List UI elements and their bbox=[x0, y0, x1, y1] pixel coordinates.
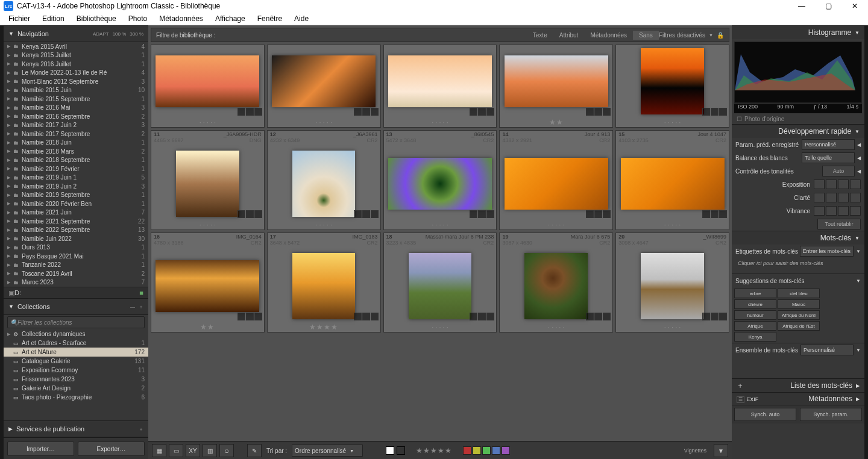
preset-select[interactable]: Personnalisé bbox=[802, 139, 855, 150]
collection-row[interactable]: ▭Frissonnantes 20233 bbox=[4, 375, 148, 384]
collections-plus[interactable]: ＋ bbox=[139, 304, 143, 310]
menu-affichage[interactable]: Affichage bbox=[209, 14, 251, 23]
folder-row[interactable]: ▶🖿Kenya 2015 Avril4 bbox=[4, 42, 148, 51]
collection-row[interactable]: ▭Exposition Ecommoy11 bbox=[4, 366, 148, 375]
filter-tab-sans[interactable]: Sans bbox=[633, 31, 659, 40]
import-button[interactable]: Importer… bbox=[7, 442, 74, 456]
grid-cell[interactable]: · · · · · bbox=[151, 45, 265, 128]
collection-filter-input[interactable]: 🔍 Filtrer les collections bbox=[7, 316, 145, 328]
menu-fichier[interactable]: Fichier bbox=[2, 14, 36, 23]
publish-header[interactable]: ▶ Services de publication ＋ bbox=[4, 420, 148, 437]
keyword-chip[interactable]: arbre bbox=[734, 289, 776, 298]
keyword-list-header[interactable]: ＋Liste des mots-clés ▶ bbox=[732, 378, 864, 392]
grid-view-button[interactable]: ▦ bbox=[152, 444, 166, 457]
folder-tree[interactable]: ▶🖿Kenya 2015 Avril4▶🖿Kenya 2015 Juillet1… bbox=[4, 42, 148, 287]
zoom-300[interactable]: 300 % bbox=[130, 31, 143, 37]
navigator-header[interactable]: ▼ Navigation ADAPT 100 % 300 % bbox=[4, 25, 148, 42]
label-red[interactable] bbox=[463, 446, 471, 455]
folder-row[interactable]: ▶🖿Namibie 2022 Septembre13 bbox=[4, 226, 148, 235]
export-button[interactable]: Exporter… bbox=[78, 442, 145, 456]
grid-cell[interactable]: 13_86I05455472 x 3648CR2· · · · · bbox=[383, 130, 497, 230]
grid-cell[interactable]: 14Jour 4 9134382 x 2921CR2· · · · · bbox=[499, 130, 613, 230]
folder-row[interactable]: ▶🖿Namibie 2018 Juin1 bbox=[4, 139, 148, 148]
collections-minus[interactable]: — bbox=[130, 304, 135, 310]
label-green[interactable] bbox=[482, 446, 491, 455]
close-button[interactable]: ✕ bbox=[841, 0, 868, 12]
label-purple[interactable] bbox=[502, 446, 510, 455]
folder-row[interactable]: ▶🖿Maroc 20237 bbox=[4, 278, 148, 287]
folder-row[interactable]: ▶🖿Namibie 2018 Mars2 bbox=[4, 147, 148, 156]
folder-row[interactable]: ▶🖿Namibie 2015 Juin10 bbox=[4, 86, 148, 95]
folder-row[interactable]: ▶🖿Pays Basque 2021 Mai1 bbox=[4, 252, 148, 261]
keyword-chip[interactable]: chèvre bbox=[734, 299, 776, 309]
keyword-set-select[interactable]: Personnalisé bbox=[800, 345, 854, 355]
compare-view-button[interactable]: XY bbox=[186, 444, 200, 457]
keyword-chip[interactable]: ciel bleu bbox=[778, 289, 820, 298]
histogram-header[interactable]: Histogramme ▼ bbox=[732, 25, 864, 39]
clarity-steppers[interactable] bbox=[814, 193, 861, 202]
exposure-steppers[interactable] bbox=[814, 180, 861, 189]
color-labels[interactable] bbox=[463, 446, 510, 455]
original-photo-checkbox[interactable]: ☐ Photo d'origine bbox=[732, 113, 864, 124]
thumbnail-grid[interactable]: · · · · ·· · · · ·· · · · ·★★· · · · ·11… bbox=[148, 42, 732, 441]
sync-auto-button[interactable]: Synch. auto bbox=[734, 408, 796, 421]
grid-cell[interactable]: 15Jour 4 10474103 x 2735CR2· · · · · bbox=[615, 130, 729, 230]
sync-param-button[interactable]: Synch. param. bbox=[800, 408, 862, 421]
grid-cell[interactable]: 12_J6A39614232 x 6349CR2· · · · · bbox=[267, 130, 381, 230]
collection-row[interactable]: ▭Art et NAture172 bbox=[4, 348, 148, 357]
menu-aide[interactable]: Aide bbox=[288, 14, 315, 23]
folder-row[interactable]: ▶🖿Mont-Blanc 2012 Septembre3 bbox=[4, 77, 148, 86]
folder-row[interactable]: ▶🖿Namibie 2019 Février1 bbox=[4, 164, 148, 173]
filter-tab-métadonnées[interactable]: Métadonnées bbox=[584, 31, 633, 40]
label-yellow[interactable] bbox=[473, 446, 481, 455]
rating-stars[interactable]: ★★★★★ bbox=[416, 446, 452, 455]
keyword-mode-select[interactable]: Entrer les mots-clés bbox=[800, 246, 854, 257]
grid-cell[interactable]: · · · · · bbox=[383, 45, 497, 128]
vibrance-steppers[interactable] bbox=[814, 206, 861, 216]
menu-fenêtre[interactable]: Fenêtre bbox=[251, 14, 288, 23]
folder-row[interactable]: ▶🖿Kenya 2015 Juillet1 bbox=[4, 51, 148, 60]
folder-row[interactable]: ▶🖿Namibie 2017 Septembre2 bbox=[4, 130, 148, 139]
drive-row[interactable]: ▣ D: ■ bbox=[4, 287, 148, 298]
auto-tone-button[interactable]: Auto bbox=[822, 166, 855, 176]
grid-cell[interactable]: 11_J6A9095-HDR4465 x 6697DNG· · · · · bbox=[151, 130, 265, 230]
metadata-header[interactable]: ☰ EXIF Métadonnées ▶ bbox=[732, 392, 864, 405]
folder-row[interactable]: ▶🖿Namibie 2019 Septembre1 bbox=[4, 191, 148, 200]
folder-row[interactable]: ▶🖿Namibie 2021 Septembre22 bbox=[4, 217, 148, 226]
keyword-chip[interactable]: Maroc bbox=[778, 299, 820, 309]
survey-view-button[interactable]: ▥ bbox=[203, 444, 217, 457]
maximize-button[interactable]: ▢ bbox=[815, 0, 841, 12]
menu-edition[interactable]: Edition bbox=[36, 14, 71, 23]
keyword-chip[interactable]: Afrique bbox=[734, 321, 776, 331]
collections-list[interactable]: ▶⚙Collections dynamiques▭Art et Cadres -… bbox=[4, 329, 148, 420]
grid-cell[interactable]: · · · · · bbox=[615, 45, 729, 128]
collection-row[interactable]: ▭Art et Cadres - Scarface1 bbox=[4, 339, 148, 348]
grid-cell[interactable]: 19Mara Jour 6 6753087 x 4630CR2· · · · · bbox=[499, 233, 613, 333]
filters-off-select[interactable]: Filtres désactivés bbox=[659, 32, 705, 39]
collection-row[interactable]: ▭Galerie Art Design2 bbox=[4, 384, 148, 393]
reset-all-button[interactable]: Tout rétablir bbox=[817, 219, 861, 230]
folder-row[interactable]: ▶🖿Le Monde 2022-01-13 île de Ré4 bbox=[4, 69, 148, 78]
collection-row[interactable]: ▶⚙Collections dynamiques bbox=[4, 329, 148, 339]
folder-row[interactable]: ▶🖿Kenya 2016 Juillet1 bbox=[4, 60, 148, 69]
folder-row[interactable]: ▶🖿Toscane 2019 Avril2 bbox=[4, 269, 148, 278]
grid-cell[interactable]: 16IMG_01644780 x 3186CR2★★ bbox=[151, 233, 265, 333]
folder-row[interactable]: ▶🖿Namibie 2019 Juin 15 bbox=[4, 173, 148, 183]
filter-tab-texte[interactable]: Texte bbox=[527, 31, 553, 40]
grid-cell[interactable]: 17IMG_01833648 x 5472CR2★★★★ bbox=[267, 233, 381, 333]
folder-row[interactable]: ▶🖿Namibie 2020 Février Ben1 bbox=[4, 199, 148, 208]
minimize-button[interactable]: — bbox=[788, 0, 815, 12]
grid-cell[interactable]: 20_WII86993098 x 4647CR2· · · · · bbox=[615, 233, 729, 333]
folder-row[interactable]: ▶🖿Namibie 2015 Septembre1 bbox=[4, 95, 148, 104]
zoom-adapt[interactable]: ADAPT bbox=[93, 31, 109, 37]
folder-row[interactable]: ▶🖿Namibie 2019 Juin 23 bbox=[4, 182, 148, 191]
label-blue[interactable] bbox=[492, 446, 500, 455]
flag-pick[interactable] bbox=[386, 446, 394, 455]
menu-photo[interactable]: Photo bbox=[122, 14, 153, 23]
painter-tool[interactable]: ✎ bbox=[247, 444, 262, 457]
filter-tab-attribut[interactable]: Attribut bbox=[553, 31, 585, 40]
folder-row[interactable]: ▶🖿Ours 20131 bbox=[4, 243, 148, 252]
folder-row[interactable]: ▶🖿Namibie 2018 Septembre1 bbox=[4, 156, 148, 165]
grid-cell[interactable]: 18Massaï-mara Jour 6 PM 2383223 x 4835CR… bbox=[383, 233, 497, 333]
keyword-chip[interactable]: humour bbox=[734, 310, 776, 320]
